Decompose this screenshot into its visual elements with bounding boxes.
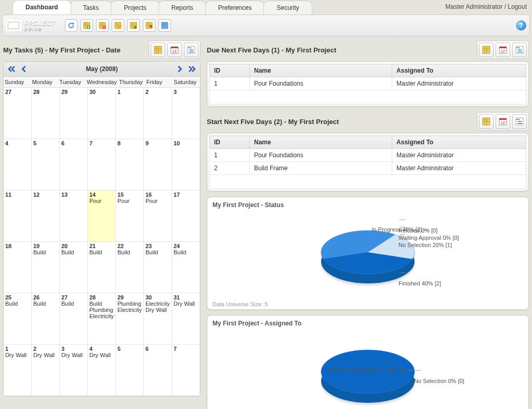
calendar-dow: Friday [145, 77, 173, 87]
calendar-cell[interactable]: 23Build [144, 242, 172, 293]
calendar-cell[interactable]: 31Dry Wall [172, 293, 200, 345]
calendar-cell[interactable]: 8 [116, 139, 144, 190]
calendar-cell[interactable]: 10 [172, 139, 200, 190]
calendar-task: Pour [145, 198, 170, 204]
tab-reports[interactable]: Reports [158, 1, 206, 15]
tab-projects[interactable]: Projects [111, 1, 159, 15]
view-grid-button[interactable] [151, 43, 165, 57]
svg-rect-21 [516, 47, 520, 48]
calendar-cell[interactable]: 29 [60, 88, 88, 139]
calendar-cell[interactable]: 25Build [4, 293, 32, 345]
calendar-cell[interactable]: 3Dry Wall [60, 345, 88, 396]
calendar-day-number: 3 [174, 89, 198, 95]
calendar-cell[interactable]: 19Build [32, 242, 60, 293]
logout-link[interactable]: Logout [508, 3, 527, 10]
calendar-cell[interactable]: 4 [4, 139, 32, 190]
calendar-day-number: 12 [33, 192, 58, 198]
tab-preferences[interactable]: Preferences [205, 1, 265, 15]
calendar-task: Build [89, 249, 114, 255]
col-header[interactable]: Name [250, 64, 392, 77]
grid-edit-button[interactable] [112, 19, 124, 32]
calendar-cell[interactable]: 6 [60, 139, 88, 190]
view-grid-button[interactable] [479, 114, 494, 129]
calendar-prev-year-button[interactable] [7, 64, 16, 74]
refresh-button[interactable] [65, 19, 77, 32]
calendar-day-number: 1 [117, 89, 142, 95]
calendar-cell[interactable]: 26Build [32, 293, 60, 345]
status-label-nosel: No Selection 20% [1] [398, 230, 452, 248]
calendar-cell[interactable]: 27 [4, 88, 32, 139]
calendar-cell[interactable]: 17 [172, 190, 200, 242]
grid-filter-button[interactable] [158, 19, 171, 32]
table-row[interactable]: 1Pour FoundationsMaster Administrator [210, 77, 526, 90]
grid-export-button[interactable] [143, 19, 155, 32]
calendar-cell[interactable]: 7 [172, 345, 200, 396]
view-grid-button[interactable] [479, 43, 494, 57]
view-gantt-button[interactable] [512, 43, 527, 57]
calendar-cell[interactable]: 11 [4, 190, 32, 242]
view-calendar-button[interactable]: 12 [167, 43, 182, 57]
col-header[interactable]: Assigned To [392, 64, 526, 77]
calendar-cell[interactable]: 3 [172, 88, 200, 139]
calendar-cell[interactable]: 28 [32, 88, 60, 139]
tab-tasks[interactable]: Tasks [70, 1, 112, 15]
calendar-task: Pour [89, 198, 114, 204]
calendar-cell[interactable]: 5 [32, 139, 60, 190]
calendar-cell[interactable]: 21Build [88, 242, 116, 293]
status-panel: My First Project - Status In Pro [207, 197, 529, 310]
svg-rect-24 [483, 118, 490, 125]
calendar-cell[interactable]: 29PlumbingElectricity [116, 293, 144, 345]
grid-add-button[interactable] [81, 19, 93, 32]
calendar-cell[interactable]: 24Build [172, 242, 200, 293]
tab-security[interactable]: Security [263, 1, 312, 15]
calendar-cell[interactable]: 28BuildPlumbingElectricity [88, 293, 116, 345]
calendar-cell[interactable]: 2Dry Wall [32, 345, 60, 396]
table-row[interactable]: 2Build FrameMaster Administrator [210, 162, 526, 175]
calendar-task: ElectricityDry Wall [145, 301, 170, 313]
calendar-cell[interactable]: 1 [116, 88, 144, 139]
due-table: IDNameAssigned To1Pour FoundationsMaster… [209, 64, 526, 104]
calendar-cell[interactable]: 27Build [60, 293, 88, 345]
table-row[interactable]: 1Pour FoundationsMaster Administrator [210, 149, 526, 162]
calendar-cell[interactable]: 1Dry Wall [4, 345, 32, 396]
calendar-cell[interactable]: 5 [116, 345, 144, 396]
calendar-day-number: 10 [174, 140, 198, 146]
calendar-task: Build [33, 249, 58, 255]
view-calendar-button[interactable]: 12 [496, 43, 510, 57]
view-gantt-button[interactable] [184, 43, 198, 57]
calendar-cell[interactable]: 18 [4, 242, 32, 293]
calendar-cell[interactable]: 13 [60, 190, 88, 242]
grid-remove-button[interactable] [96, 19, 109, 32]
main-toolbar: PROJECT DRIVE ? [2, 15, 530, 36]
col-header[interactable]: Name [250, 136, 392, 149]
calendar-cell[interactable]: 20Build [60, 242, 88, 293]
grid-import-button[interactable] [127, 19, 140, 32]
calendar-cell[interactable]: 15Pour [116, 190, 144, 242]
calendar-next-year-button[interactable] [188, 64, 197, 74]
help-icon[interactable]: ? [516, 20, 526, 31]
calendar-cell[interactable]: 6 [144, 345, 172, 396]
calendar-day-number: 13 [61, 192, 86, 198]
calendar-prev-month-button[interactable] [19, 64, 29, 74]
calendar-cell[interactable]: 30 [88, 88, 116, 139]
col-header[interactable]: ID [210, 64, 250, 77]
calendar-dow: Tuesday [58, 77, 86, 87]
col-header[interactable]: Assigned To [392, 136, 526, 149]
calendar-cell[interactable]: 16Pour [144, 190, 172, 242]
view-gantt-button[interactable] [512, 114, 527, 129]
table-empty-row [210, 90, 526, 104]
calendar-cell[interactable]: 7 [88, 139, 116, 190]
calendar-cell[interactable]: 14Pour [88, 190, 116, 242]
calendar-cell[interactable]: 22Build [116, 242, 144, 293]
calendar-day-number: 5 [117, 346, 142, 352]
calendar-cell[interactable]: 30ElectricityDry Wall [144, 293, 172, 345]
calendar-dow: Thursday [118, 77, 145, 87]
calendar-cell[interactable]: 12 [32, 190, 60, 242]
calendar-next-month-button[interactable] [175, 64, 184, 74]
calendar-cell[interactable]: 4Dry Wall [88, 345, 116, 396]
tab-dashboard[interactable]: Dashboard [12, 0, 71, 15]
calendar-cell[interactable]: 9 [144, 139, 172, 190]
view-calendar-button[interactable]: 12 [496, 114, 510, 129]
calendar-cell[interactable]: 2 [144, 88, 172, 139]
col-header[interactable]: ID [210, 136, 250, 149]
